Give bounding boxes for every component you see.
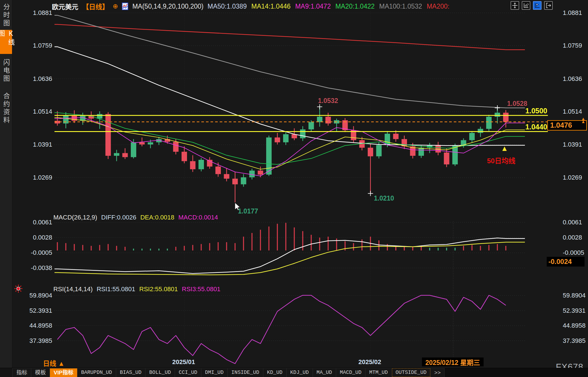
move-crosshair-icon[interactable] [511, 1, 519, 10]
period-label[interactable]: 日线 ▲ [43, 358, 65, 368]
ma50-annotation: 50日均线 [487, 155, 515, 165]
sidebar-item-kline-chart[interactable]: K线图 [0, 30, 12, 54]
candle-body[interactable] [182, 152, 187, 161]
indicator-tab-inside_ud[interactable]: INSIDE_UD [228, 368, 263, 377]
candle-body[interactable] [139, 142, 145, 145]
candle-body[interactable] [275, 137, 280, 142]
candle-body[interactable] [393, 134, 399, 139]
alarm-icon[interactable] [14, 284, 23, 294]
macd-dea-value: DEA:0.0018 [140, 214, 174, 221]
indicator-tab-kd_ud[interactable]: KD_UD [263, 368, 287, 377]
candle-body[interactable] [452, 145, 458, 164]
chart-scale-icon[interactable] [522, 1, 530, 10]
candle-body[interactable] [326, 117, 331, 123]
candle-body[interactable] [97, 114, 102, 119]
candle-body[interactable] [258, 171, 263, 175]
candle-body[interactable] [376, 145, 382, 156]
candle-body[interactable] [63, 115, 69, 123]
y-axis-label-right: 59.8904 [563, 292, 588, 299]
indicator-tab-[interactable]: >> [431, 368, 445, 377]
candle-body[interactable] [131, 142, 136, 157]
chart-header: 欧元美元 【日线】 ⊕ MA(50,14,9,20,100,200) MA50:… [52, 1, 449, 11]
exit-panel-icon[interactable] [544, 1, 553, 10]
candle-body[interactable] [215, 166, 221, 174]
macd-diff-value: DIFF:0.0026 [101, 214, 136, 221]
candle-body[interactable] [190, 161, 196, 169]
candle-body[interactable] [283, 134, 289, 142]
candle-body[interactable] [444, 153, 449, 164]
candle-body[interactable] [232, 179, 238, 184]
macd-current-box: -0.0024 [547, 257, 585, 267]
candle-body[interactable] [469, 133, 475, 140]
candle-body[interactable] [418, 148, 424, 156]
indicator-line [54, 238, 525, 274]
indicator-tab-vip[interactable]: VIP指标 [50, 368, 77, 377]
indicator-tab-cci_ud[interactable]: CCI_UD [175, 368, 201, 377]
indicator-tab-macd_ud[interactable]: MACD_UD [336, 368, 366, 377]
candle-body[interactable] [148, 142, 153, 145]
y-axis-label-right: 1.0269 [563, 174, 588, 181]
candle-body[interactable] [106, 114, 111, 156]
ma-values: MA50:1.0389MA14:1.0446MA9:1.0472MA20:1.0… [208, 3, 449, 10]
indicator-tab-dmi_ud[interactable]: DMI_UD [201, 368, 228, 377]
price-annotation: 1.0210 [374, 195, 394, 202]
macd-title: MACD(26,12,9) [53, 214, 97, 221]
y-axis-label-left: -0.0038 [25, 264, 52, 272]
candle-body[interactable] [198, 160, 204, 169]
candle-body[interactable] [309, 122, 314, 129]
sidebar-item-time-chart[interactable]: 分时图 [0, 2, 12, 29]
ma50-up-arrow-icon: ▲ [501, 144, 508, 153]
price-up-arrows-icon: ▲▲ [581, 117, 585, 123]
price-level-label: 1.0500 [499, 107, 547, 115]
candle-body[interactable] [486, 117, 492, 129]
y-axis-label-right: 37.3985 [563, 337, 588, 345]
indicator-tab-[interactable]: 指标 [13, 368, 31, 377]
indicator-tab-kdj_ud[interactable]: KDJ_UD [287, 368, 313, 377]
indicator-tab-boll_ud[interactable]: BOLL_UD [145, 368, 175, 377]
candle-body[interactable] [478, 129, 483, 133]
candle-body[interactable] [122, 153, 128, 157]
candle-body[interactable] [368, 148, 373, 156]
ma-value-label: MA50:1.0389 [208, 3, 247, 10]
candle-body[interactable] [435, 145, 441, 152]
y-axis-label-left: 0.0028 [25, 234, 52, 241]
circle-plus-icon[interactable]: ⊕ [113, 3, 118, 10]
rsi1-value: RSI1:55.0801 [97, 285, 135, 293]
candle-body[interactable] [224, 174, 229, 179]
indicator-tab-barupdn_ud[interactable]: BARUPDN_UD [77, 368, 116, 377]
y-axis-label-left: 44.8958 [25, 322, 52, 329]
candle-body[interactable] [207, 160, 213, 166]
indicator-tab-bias_ud[interactable]: BIAS_UD [116, 368, 146, 377]
x-axis-month-label: 2025/02 [359, 358, 381, 366]
y-axis-label-right: 1.0636 [563, 75, 588, 83]
chart-canvas[interactable] [0, 0, 588, 377]
sidebar-item-lightning-chart[interactable]: 闪电图 [0, 55, 12, 87]
period-tag[interactable]: 【日线】 [82, 1, 109, 11]
indicator-tab-ma_ud[interactable]: MA_UD [313, 368, 336, 377]
candle-body[interactable] [114, 153, 119, 156]
candle-body[interactable] [249, 171, 255, 177]
y-axis-label-left: 1.0636 [25, 75, 52, 83]
indicator-tab-mtm_ud[interactable]: MTM_UD [365, 368, 392, 377]
indicator-tab-outside_ud[interactable]: OUTSIDE_UD [392, 368, 431, 377]
y-axis-label-left: 1.0759 [25, 42, 52, 49]
mini-chart-icon[interactable] [122, 3, 128, 10]
indicator-tab-[interactable]: 模板 [31, 368, 50, 377]
rsi-line [57, 295, 506, 364]
candle-body[interactable] [266, 137, 272, 174]
candle-body[interactable] [317, 117, 322, 122]
candle-body[interactable] [385, 134, 390, 145]
price-level-label: 1.0440 [499, 123, 547, 131]
candle-body[interactable] [300, 129, 305, 138]
ma-value-label: MA9:1.0472 [295, 3, 331, 10]
candle-body[interactable] [241, 177, 246, 184]
y-axis-label-left: 0.0061 [25, 219, 52, 226]
ma-value-label: MA20:1.0422 [335, 3, 375, 10]
sidebar-item-contract-info[interactable]: 合约资料 [0, 88, 12, 129]
y-axis-label-right: 0.0028 [563, 234, 588, 241]
rsi-header: RSI(14,14,14) RSI1:55.0801 RSI2:55.0801 … [53, 285, 221, 293]
chart-flag-icon[interactable] [533, 1, 542, 10]
candle-body[interactable] [173, 142, 179, 152]
ma-value-label: MA100:1.0532 [379, 3, 422, 10]
symbol-title: 欧元美元 [52, 1, 78, 11]
